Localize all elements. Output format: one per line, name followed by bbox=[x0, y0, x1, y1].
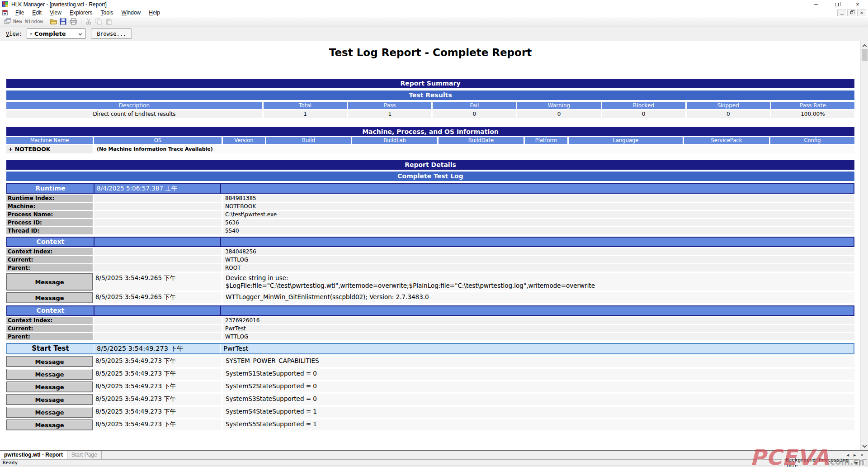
close-button[interactable]: × bbox=[847, 0, 868, 9]
new-window-icon bbox=[4, 18, 11, 25]
log-timestamp: 8/5/2025 3:54:49.273 下午 bbox=[94, 381, 222, 392]
log-row-message: Message8/5/2025 3:54:49.273 下午SystemS4St… bbox=[6, 407, 854, 418]
log-message-text: SystemS3StateSupported = 0 bbox=[223, 394, 854, 405]
test-results-col-header: Fail bbox=[433, 102, 516, 109]
view-select[interactable]: - Complete bbox=[27, 29, 85, 39]
scroll-up-button[interactable] bbox=[861, 41, 868, 48]
mdi-restore-button[interactable] bbox=[847, 10, 856, 16]
mdi-close-button[interactable]: ✕ bbox=[857, 10, 866, 16]
message-button[interactable]: Message bbox=[6, 356, 93, 367]
menu-item-window[interactable]: Window bbox=[118, 9, 145, 16]
chevron-down-icon bbox=[79, 32, 82, 36]
log-message-cell: Message bbox=[6, 292, 93, 303]
menu-item-explorers[interactable]: Explorers bbox=[66, 9, 97, 16]
menu-item-edit[interactable]: Edit bbox=[28, 9, 46, 16]
log-message-text: SystemS2StateSupported = 0 bbox=[223, 381, 854, 392]
message-button[interactable]: Message bbox=[6, 381, 93, 392]
log-field-spacer bbox=[94, 256, 222, 263]
menu-item-view[interactable]: View bbox=[46, 9, 66, 16]
message-button[interactable]: Message bbox=[6, 407, 93, 418]
scrollbar-thumb[interactable] bbox=[862, 49, 868, 61]
tab-report[interactable]: pwrtestlog.wtl - Report bbox=[0, 451, 67, 459]
log-row-message: Message8/5/2025 3:54:49.265 下午Device str… bbox=[6, 273, 854, 291]
menu-item-tools[interactable]: Tools bbox=[97, 9, 118, 16]
report-viewport: Test Log Report - Complete Report Report… bbox=[0, 41, 860, 450]
message-button[interactable]: Message bbox=[6, 419, 93, 430]
machine-name-expander[interactable]: + NOTEBOOK bbox=[6, 145, 93, 153]
browse-button[interactable]: Browse... bbox=[91, 29, 132, 39]
report-summary-banner: Report Summary bbox=[6, 79, 854, 88]
chevron-up-icon bbox=[863, 44, 867, 48]
test-results-data-row: Direct count of EndTest results110000100… bbox=[6, 110, 854, 118]
restore-button[interactable] bbox=[826, 0, 847, 9]
log-section-label[interactable]: Context bbox=[7, 306, 94, 315]
vertical-scrollbar[interactable] bbox=[860, 41, 868, 450]
log-text bbox=[220, 184, 854, 193]
app-icon bbox=[2, 1, 8, 7]
machine-info-col-header: ServicePack bbox=[684, 137, 769, 144]
view-label: View: bbox=[6, 31, 22, 37]
log-field-spacer bbox=[94, 325, 222, 332]
machine-info-data-row: + NOTEBOOK (No Machine Information Trace… bbox=[6, 145, 854, 153]
open-icon[interactable] bbox=[50, 18, 57, 25]
minimize-button[interactable] bbox=[806, 0, 826, 9]
tab-close-icon[interactable]: × bbox=[861, 452, 863, 457]
machine-info-col-header: Config bbox=[770, 137, 854, 144]
background-processing-label: Background Processing Idle bbox=[786, 457, 859, 467]
log-row-field: Parent:ROOT bbox=[6, 264, 854, 272]
log-message-cell: Message bbox=[6, 419, 93, 430]
log-field-spacer bbox=[94, 333, 222, 340]
log-row-field: Current:PwrTest bbox=[6, 325, 854, 332]
log-row-hdr: Context bbox=[6, 305, 854, 316]
cut-icon[interactable] bbox=[85, 18, 93, 25]
log-field-value: C:\test\pwrtest.exe bbox=[223, 211, 854, 218]
machine-info-col-header: Build bbox=[266, 137, 351, 144]
machine-info-col-header: Version bbox=[223, 137, 265, 144]
log-field-label: Process Name: bbox=[6, 211, 93, 218]
new-window-button[interactable]: New Window bbox=[3, 18, 44, 25]
background-processing-dropdown[interactable]: Background Processing Idle bbox=[784, 459, 860, 466]
scroll-down-button[interactable] bbox=[861, 443, 868, 450]
log-field-label: Parent: bbox=[6, 264, 93, 272]
log-field-spacer bbox=[94, 219, 222, 226]
print-icon[interactable] bbox=[70, 18, 77, 25]
log-row-message: Message8/5/2025 3:54:49.273 下午SystemS5St… bbox=[6, 419, 854, 430]
menu-item-help[interactable]: Help bbox=[145, 9, 164, 16]
log-field-value: NOTEBOOK bbox=[223, 203, 854, 210]
log-field-value: WTTLOG bbox=[223, 256, 854, 263]
machine-info-col-header: BuildLab bbox=[352, 137, 437, 144]
log-row-field: Process Name:C:\test\pwrtest.exe bbox=[6, 211, 854, 218]
paste-icon[interactable] bbox=[105, 18, 113, 25]
log-message-text: SystemS5StateSupported = 1 bbox=[223, 419, 854, 430]
message-button[interactable]: Message bbox=[6, 292, 93, 303]
log-field-spacer bbox=[94, 248, 222, 255]
log-field-label: Process ID: bbox=[6, 219, 93, 226]
message-button[interactable]: Message bbox=[6, 394, 93, 405]
log-section-label[interactable]: Start Test bbox=[7, 344, 94, 353]
log-message-cell: Message bbox=[6, 369, 93, 380]
test-results-cell: 1 bbox=[348, 110, 431, 118]
menu-bar: FileEditViewExplorersToolsWindowHelp ✕ bbox=[0, 9, 868, 17]
log-field-spacer bbox=[94, 227, 222, 234]
mdi-minimize-button[interactable] bbox=[837, 10, 846, 16]
log-row-starttest: Start Test8/5/2025 3:54:49.273 下午PwrTest bbox=[6, 343, 854, 354]
test-results-col-header: Pass bbox=[348, 102, 431, 109]
log-field-value: 5540 bbox=[223, 227, 854, 234]
log-timestamp: 8/5/2025 3:54:49.265 下午 bbox=[94, 292, 222, 303]
document-tab-bar: pwrtestlog.wtl - Report Start Page ◂ ▸ × bbox=[0, 450, 868, 459]
log-field-value: 2376926016 bbox=[223, 317, 854, 324]
log-row-message: Message8/5/2025 3:54:49.273 下午SYSTEM_POW… bbox=[6, 356, 854, 367]
test-results-col-header: Description bbox=[6, 102, 262, 109]
new-window-label: New Window bbox=[13, 19, 43, 24]
save-icon[interactable] bbox=[60, 18, 67, 25]
test-results-col-header: Pass Rate bbox=[771, 102, 854, 109]
copy-icon[interactable] bbox=[95, 18, 103, 25]
log-section-label[interactable]: Runtime bbox=[7, 184, 94, 193]
menu-item-file[interactable]: File bbox=[11, 9, 28, 16]
message-button[interactable]: Message bbox=[6, 369, 93, 380]
log-section-label[interactable]: Context bbox=[7, 238, 94, 246]
tab-start-page[interactable]: Start Page bbox=[67, 451, 102, 459]
message-button[interactable]: Message bbox=[6, 273, 93, 291]
log-timestamp: 8/4/2025 5:06:57.387 上午 bbox=[94, 184, 220, 193]
log-row-message: Message8/5/2025 3:54:49.265 下午WTTLogger_… bbox=[6, 292, 854, 303]
